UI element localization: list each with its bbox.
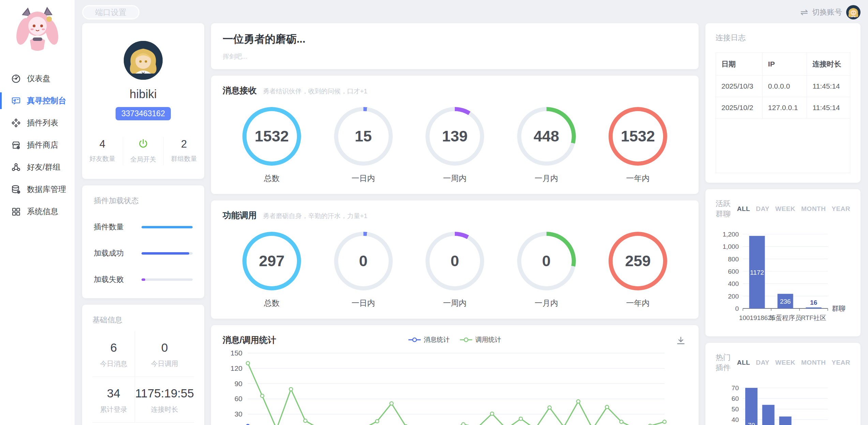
- port-settings-button[interactable]: 端口设置: [82, 5, 139, 19]
- mascot-image: [9, 5, 66, 55]
- power-icon[interactable]: [123, 138, 164, 151]
- stat-ring: 0一周内: [425, 232, 484, 308]
- legend-item[interactable]: 消息统计: [408, 335, 450, 344]
- sidebar-item-4[interactable]: 好友/群组: [0, 156, 75, 178]
- hot-plugins-chart: 01020304050607070戳一戳54俄罗斯轮盘43nonebot_plu…: [716, 378, 850, 425]
- connection-log-table: 日期IP连接时长 2025/10/30.0.0.011:45:142025/10…: [716, 52, 850, 173]
- tab-all[interactable]: ALL: [737, 205, 750, 213]
- sidebar-item-label: 仪表盘: [27, 73, 50, 84]
- stat-ring: 1532一年内: [609, 107, 667, 184]
- svg-text:60: 60: [235, 395, 242, 403]
- active-groups-chart: 02004006008001,0001,20011721001918625236…: [716, 225, 850, 327]
- basic-info-cell: 6今日消息: [92, 331, 135, 377]
- tab-year[interactable]: YEAR: [832, 359, 850, 366]
- func-call-rings: 297总数0一日内0一周内0一月内259一年内: [223, 232, 687, 308]
- stat-ring: 448一月内: [517, 107, 576, 184]
- switch-account-button[interactable]: ⇌ 切换账号: [800, 5, 860, 19]
- stat-ring: 297总数: [242, 232, 301, 308]
- progress-bar: [141, 226, 193, 228]
- profile-stats: 4好友数量全局开关2群组数量: [82, 137, 204, 165]
- store-icon: [11, 140, 21, 150]
- progress-bar: [141, 278, 193, 281]
- func-call-card: 功能调用 勇者磨砺自身，辛勤的汗水，力量+1 297总数0一日内0一周内0一月内…: [211, 200, 699, 319]
- svg-text:70: 70: [748, 422, 755, 425]
- tab-day[interactable]: DAY: [756, 359, 769, 366]
- plugins-icon: [11, 118, 21, 128]
- sidebar-item-1[interactable]: 真寻控制台: [0, 90, 75, 112]
- app-root: 仪表盘真寻控制台插件列表插件商店好友/群组数据库管理系统信息 端口设置 ⇌ 切换…: [0, 0, 868, 425]
- svg-text:16: 16: [810, 299, 817, 306]
- switch-account-icon: ⇌: [800, 8, 808, 17]
- console-icon: [11, 96, 21, 106]
- sidebar-item-label: 系统信息: [27, 206, 58, 217]
- sidebar-item-label: 好友/群组: [27, 162, 60, 172]
- message-recv-card: 消息接收 勇者结识伙伴，收到的问候，口才+1 1532总数15一日内139一周内…: [211, 76, 699, 194]
- hot-plugins-tabs: ALLDAYWEEKMONTHYEAR: [737, 359, 850, 366]
- bot-name: hibiki: [82, 87, 204, 101]
- right-column: 连接日志 日期IP连接时长 2025/10/30.0.0.011:45:1420…: [705, 23, 860, 425]
- basic-info-grid: 6今日消息0今日调用34累计登录1175:19:55连接时长: [92, 331, 194, 423]
- svg-text:120: 120: [230, 364, 242, 372]
- message-recv-subtitle: 勇者结识伙伴，收到的问候，口才+1: [263, 87, 368, 96]
- basic-info-card: 基础信息 6今日消息0今日调用34累计登录1175:19:55连接时长 2024…: [82, 305, 204, 425]
- line-chart: 030609012015009-0409-0609-0809-1009-1209…: [223, 346, 687, 425]
- tab-week[interactable]: WEEK: [775, 359, 795, 366]
- progress-bar: [141, 252, 193, 255]
- center-column: 一位勇者的磨砺... 挥剑吧... 消息接收 勇者结识伙伴，收到的问候，口才+1…: [211, 23, 699, 425]
- svg-text:群聊: 群聊: [832, 305, 845, 312]
- sidebar-item-3[interactable]: 插件商店: [0, 134, 75, 156]
- bot-uid-badge: 3373463162: [116, 107, 171, 120]
- tab-day[interactable]: DAY: [756, 205, 769, 213]
- connection-log-title: 连接日志: [716, 33, 850, 43]
- hero-title: 一位勇者的磨砺...: [223, 32, 687, 46]
- hero-card: 一位勇者的磨砺... 挥剑吧...: [211, 23, 699, 69]
- tab-month[interactable]: MONTH: [801, 205, 826, 213]
- avatar: [124, 41, 163, 80]
- svg-text:600: 600: [728, 268, 739, 275]
- sidebar: 仪表盘真寻控制台插件列表插件商店好友/群组数据库管理系统信息: [0, 0, 75, 425]
- tab-all[interactable]: ALL: [737, 359, 750, 366]
- svg-text:笨蛋程序员: 笨蛋程序员: [769, 314, 802, 321]
- download-icon[interactable]: [675, 335, 686, 347]
- svg-text:40: 40: [732, 416, 739, 423]
- log-col-header: 日期: [716, 53, 763, 76]
- plugin-status-row: 加载失败: [94, 274, 193, 285]
- basic-info-title: 基础信息: [92, 315, 194, 325]
- legend-item[interactable]: 调用统计: [460, 335, 501, 344]
- log-row: 2025/10/30.0.0.011:45:14: [716, 76, 850, 97]
- sidebar-item-0[interactable]: 仪表盘: [0, 67, 75, 90]
- svg-text:60: 60: [732, 395, 739, 402]
- left-column: hibiki 3373463162 4好友数量全局开关2群组数量 插件加载状态 …: [82, 23, 204, 425]
- sidebar-item-2[interactable]: 插件列表: [0, 112, 75, 134]
- svg-text:30: 30: [235, 410, 242, 418]
- active-groups-title: 活跃群聊: [716, 199, 737, 219]
- plugin-status-card: 插件加载状态 插件数量加载成功加载失败: [82, 185, 204, 298]
- svg-text:236: 236: [780, 298, 791, 305]
- sidebar-item-5[interactable]: 数据库管理: [0, 178, 75, 200]
- stat-ring: 0一日内: [334, 232, 393, 308]
- topbar: 端口设置 ⇌ 切换账号: [82, 3, 860, 21]
- log-col-header: IP: [762, 53, 807, 76]
- profile-card: hibiki 3373463162 4好友数量全局开关2群组数量: [82, 23, 204, 179]
- sidebar-nav: 仪表盘真寻控制台插件列表插件商店好友/群组数据库管理系统信息: [0, 67, 75, 223]
- system-icon: [11, 207, 21, 217]
- svg-text:1172: 1172: [750, 269, 764, 276]
- sidebar-item-label: 真寻控制台: [27, 95, 66, 106]
- chart-legend: 消息统计调用统计: [408, 335, 501, 344]
- tab-year[interactable]: YEAR: [832, 205, 850, 213]
- svg-text:400: 400: [728, 280, 739, 287]
- friends-icon: [11, 162, 21, 172]
- topbar-avatar[interactable]: [846, 5, 860, 19]
- profile-stat[interactable]: 全局开关: [123, 137, 164, 165]
- plugin-status-title: 插件加载状态: [94, 196, 193, 206]
- connection-log-card: 连接日志 日期IP连接时长 2025/10/30.0.0.011:45:1420…: [705, 23, 860, 183]
- tab-month[interactable]: MONTH: [801, 359, 826, 366]
- basic-info-cell: 1175:19:55连接时长: [135, 377, 194, 423]
- tab-week[interactable]: WEEK: [775, 205, 795, 213]
- switch-account-label: 切换账号: [812, 7, 842, 17]
- profile-stat: 4好友数量: [82, 137, 123, 165]
- svg-text:200: 200: [728, 293, 739, 300]
- sidebar-item-6[interactable]: 系统信息: [0, 200, 75, 223]
- sidebar-item-label: 插件商店: [27, 140, 58, 150]
- dashboard-grid: hibiki 3373463162 4好友数量全局开关2群组数量 插件加载状态 …: [82, 23, 860, 425]
